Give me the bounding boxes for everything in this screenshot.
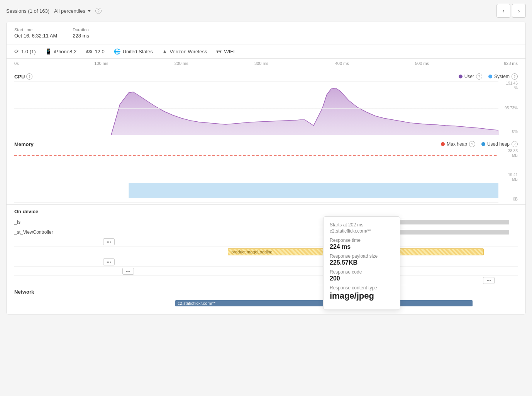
memory-legend-max: Max heap ? xyxy=(441,141,475,147)
device-carrier-value: Verizon Wireless xyxy=(170,49,207,54)
trace-row-ellipsis2: ••• xyxy=(14,257,518,266)
ellipsis1-container: ••• xyxy=(103,238,115,245)
top-bar-left: Sessions (1 of 163) All percentiles ? xyxy=(6,8,102,14)
help-icon[interactable]: ? xyxy=(95,8,102,14)
system-dot xyxy=(488,75,492,78)
network-bar-label: c2.staticflickr.com/** xyxy=(178,301,215,306)
ellipsis-button-2[interactable]: ••• xyxy=(103,258,115,265)
cpu-user-label: User xyxy=(464,74,474,79)
tooltip-code-value: 200 xyxy=(330,275,394,282)
network-row: c2.staticflickr.com/** xyxy=(14,297,518,311)
device-model: 📱 iPhone8,2 xyxy=(45,48,86,54)
ellipsis-button-4[interactable]: ••• xyxy=(483,277,495,284)
cpu-grid-top xyxy=(14,81,498,82)
network-header: Network xyxy=(14,285,518,297)
memory-chart-svg xyxy=(14,149,498,203)
memory-title-text: Memory xyxy=(14,141,34,147)
device-country: 🌐 United States xyxy=(114,48,162,54)
nav-next-button[interactable]: › xyxy=(512,4,526,18)
memory-legend-used: Used heap ? xyxy=(481,141,518,147)
max-heap-label: Max heap xyxy=(447,141,467,147)
ellipsis-button-3[interactable]: ••• xyxy=(122,268,134,275)
tooltip-payload: Response payload size 225.57KB xyxy=(330,253,394,266)
network-section: Network c2.staticflickr.com/** xyxy=(7,285,525,311)
on-device-section: On device _fs _st_ViewController ••• xyxy=(7,205,525,285)
cpu-title: CPU ? xyxy=(14,73,32,80)
top-bar: Sessions (1 of 163) All percentiles ? ‹ … xyxy=(0,0,532,22)
user-dot xyxy=(459,75,463,78)
globe-icon: 🌐 xyxy=(114,48,120,54)
cpu-system-help[interactable]: ? xyxy=(512,73,518,80)
max-heap-help[interactable]: ? xyxy=(469,141,475,147)
trace-bar-area-fs xyxy=(91,217,518,227)
start-time-value: Oct 16, 6:32:11 AM xyxy=(14,33,57,39)
ellipsis-button-1[interactable]: ••• xyxy=(103,238,115,245)
ellipsis2-container: ••• xyxy=(103,258,115,265)
mem-y-bot: 0B xyxy=(513,197,518,201)
ruler-300ms: 300 ms xyxy=(254,61,268,66)
ruler-labels: 0s 100 ms 200 ms 300 ms 400 ms 500 ms 62… xyxy=(14,61,518,70)
cpu-y-top: 191.46% xyxy=(506,81,518,90)
signal-icon: ▲ xyxy=(162,48,168,54)
max-heap-dot xyxy=(441,142,445,146)
device-carrier: ▲ Verizon Wireless xyxy=(162,48,217,54)
tooltip-content-type-label: Response content type xyxy=(330,285,394,291)
device-os-value: 12.0 xyxy=(95,49,104,54)
cpu-grid-bot xyxy=(14,135,498,135)
trace-label-fs: _fs xyxy=(14,219,91,225)
session-info-bar: Start time Oct 16, 6:32:11 AM Duration 2… xyxy=(7,22,525,44)
used-heap-help[interactable]: ? xyxy=(512,141,518,147)
phone-icon: 📱 xyxy=(45,48,52,54)
used-heap-dot xyxy=(481,142,485,146)
duration-value: 228 ms xyxy=(73,33,89,39)
start-time-label: Start time xyxy=(14,27,57,32)
cpu-title-text: CPU xyxy=(14,74,25,80)
memory-legend: Max heap ? Used heap ? xyxy=(441,141,518,147)
cpu-y-mid: 95.73% xyxy=(505,106,518,110)
ruler-200ms: 200 ms xyxy=(175,61,188,66)
ruler-100ms: 100 ms xyxy=(94,61,108,66)
cpu-grid-mid xyxy=(14,108,498,109)
mem-y-mid: 19.41MB xyxy=(508,173,518,182)
device-network-value: WIFI xyxy=(224,49,234,54)
ruler-500ms: 500 ms xyxy=(415,61,429,66)
cpu-system-label: System xyxy=(494,74,510,79)
version-icon: ⟳ xyxy=(14,48,19,54)
cpu-section: CPU ? User ? System ? xyxy=(7,70,525,137)
duration-group: Duration 228 ms xyxy=(73,27,89,39)
memory-header: Memory Max heap ? Used heap ? xyxy=(14,137,518,149)
device-model-value: iPhone8,2 xyxy=(54,49,77,54)
tooltip-content-type: Response content type image/jpeg xyxy=(330,285,394,301)
cpu-user-help[interactable]: ? xyxy=(476,73,482,80)
tooltip-starts: Starts at 202 ms xyxy=(330,222,394,228)
device-info-bar: ⟳ 1.0 (1) 📱 iPhone8,2 iOS 12.0 🌐 United … xyxy=(7,44,525,59)
svg-rect-2 xyxy=(129,183,498,198)
duration-label: Duration xyxy=(73,27,89,32)
cpu-y-bot: 0% xyxy=(512,129,518,134)
ios-icon: iOS xyxy=(86,49,92,54)
cpu-help-icon[interactable]: ? xyxy=(26,73,32,80)
device-version-value: 1.0 (1) xyxy=(21,49,36,54)
trace-row-ellipsis1: ••• xyxy=(14,237,518,246)
main-card: Start time Oct 16, 6:32:11 AM Duration 2… xyxy=(6,22,526,314)
tooltip-code: Response code 200 xyxy=(330,269,394,282)
device-country-value: United States xyxy=(123,49,153,54)
used-heap-label: Used heap xyxy=(487,141,510,147)
memory-y-axis: 38.83MB 19.41MB 0B xyxy=(498,149,518,203)
cpu-legend-system: System ? xyxy=(488,73,518,80)
trace-row-fs: _fs xyxy=(14,217,518,227)
trace-row-ellipsis3: ••• xyxy=(14,266,518,275)
nav-prev-button[interactable]: ‹ xyxy=(496,4,510,18)
ruler-0s: 0s xyxy=(14,61,19,66)
cpu-legend-user: User ? xyxy=(459,73,482,80)
percentile-select[interactable]: All percentiles xyxy=(54,8,91,14)
wifi-icon: ▾▾ xyxy=(216,48,222,54)
trace-label-stvc: _st_ViewController xyxy=(14,229,91,235)
trace-bar-product-label: productImageLoading xyxy=(231,250,272,254)
tooltip-response-time: Response time 224 ms xyxy=(330,238,394,250)
device-version: ⟳ 1.0 (1) xyxy=(14,48,45,54)
memory-chart-area: 38.83MB 19.41MB 0B xyxy=(14,149,518,203)
cpu-legend: User ? System ? xyxy=(459,73,518,80)
start-time-group: Start time Oct 16, 6:32:11 AM xyxy=(14,27,57,39)
ruler-400ms: 400 ms xyxy=(335,61,349,66)
